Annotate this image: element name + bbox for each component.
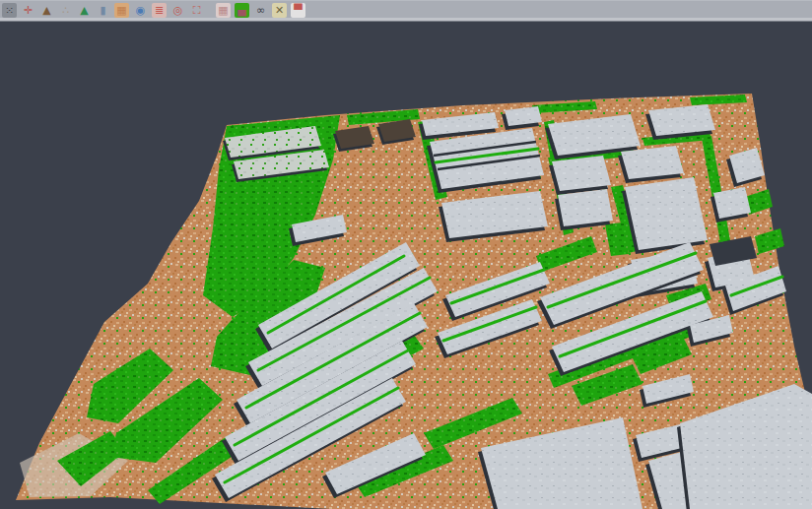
align-icon[interactable]: ✛ <box>21 3 35 18</box>
terrain-green-icon[interactable]: ▲ <box>77 3 92 18</box>
terrain-brown-icon[interactable]: ▲ <box>39 3 54 18</box>
classification-icon[interactable]: ▄ <box>235 3 249 18</box>
report-icon[interactable]: ▀ <box>291 3 305 18</box>
building-roof <box>558 189 613 226</box>
target-icon[interactable]: ◎ <box>170 3 185 18</box>
point-cloud-icon[interactable]: ⁙ <box>2 3 17 18</box>
orthophoto-icon[interactable]: ▦ <box>114 3 129 18</box>
layers-icon[interactable]: ≣ <box>152 3 167 18</box>
toolbar: ⁙✛▲∴▲▮▦◉≣◎⛶▦▄∞✕▀ <box>0 0 812 22</box>
point-cloud-render[interactable] <box>0 22 812 509</box>
binoculars-icon[interactable]: ∞ <box>253 3 268 18</box>
region-icon[interactable]: ⛶ <box>189 3 204 18</box>
raster-grid-icon[interactable]: ▦ <box>216 3 231 18</box>
texture-icon[interactable]: ▮ <box>96 3 110 18</box>
markers-icon[interactable]: ∴ <box>58 3 73 18</box>
viewport-3d[interactable] <box>0 22 812 509</box>
tie-points-icon[interactable]: ✕ <box>272 3 287 18</box>
building-roof <box>625 177 708 250</box>
globe-icon[interactable]: ◉ <box>133 3 148 18</box>
building-roof <box>552 156 611 191</box>
building-roof <box>621 146 684 179</box>
